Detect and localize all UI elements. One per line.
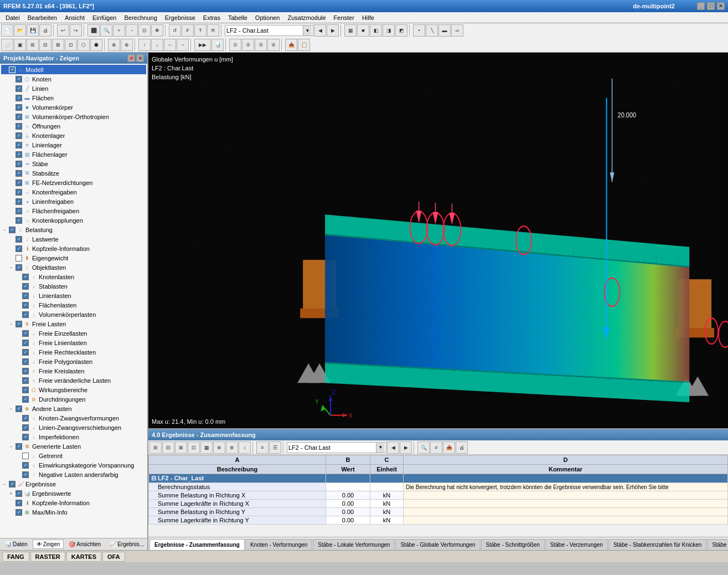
expand-flaechen[interactable] [8, 95, 14, 101]
checkbox-knotenkopplungen[interactable]: ✓ [16, 217, 22, 224]
checkbox-belastung[interactable]: ✓ [9, 227, 16, 233]
checkbox-freie-polygonlasten[interactable]: ✓ [22, 358, 29, 365]
nav-tree[interactable]: − ✓ 🗂 Modell ✓ ⬡ Knoten ✓ ╱ Linien [0, 64, 147, 538]
res-tb-7[interactable]: ⊗ [226, 441, 238, 454]
expand-linienfreigaben[interactable] [8, 198, 14, 205]
menu-ergebnisse[interactable]: Ergebnisse [162, 13, 199, 22]
checkbox-modell[interactable]: ✓ [9, 66, 16, 73]
checkbox-staebe[interactable]: ✓ [16, 161, 22, 167]
tb2-10[interactable]: ⊗ [121, 39, 133, 51]
res-tb-next[interactable]: ▶ [400, 441, 412, 454]
expand-fe-netz[interactable] [8, 179, 14, 186]
menu-berechnung[interactable]: Berechnung [121, 13, 160, 22]
nav-item-knotenkopplungen[interactable]: ✓ ⬩ Knotenkopplungen [1, 215, 146, 225]
menu-extras[interactable]: Extras [200, 13, 224, 22]
expand-ergebnisse[interactable]: − [1, 481, 8, 487]
expand-stabsaetze[interactable] [8, 170, 14, 177]
tb2-7[interactable]: ⬡ [78, 39, 90, 51]
tb-line-btn[interactable]: ╲ [426, 24, 438, 37]
res-tb-9[interactable]: ≡ [256, 441, 269, 454]
status-ofa[interactable]: OFA [102, 552, 125, 562]
nav-item-ergebniswerte[interactable]: + ✓ 📊 Ergebniswerte [1, 489, 146, 498]
btab-staebe-lokal[interactable]: Stäbe - Lokale Verformungen [313, 539, 395, 550]
checkbox-objektlasten[interactable]: ✓ [16, 264, 22, 271]
expand-volumenkörper[interactable] [8, 104, 14, 111]
expand-vk-ortho[interactable] [8, 114, 14, 120]
tb-pan-btn[interactable]: ✥ [151, 24, 163, 37]
tb-node-btn[interactable]: • [413, 24, 425, 37]
menu-hilfe[interactable]: Hilfe [359, 13, 378, 22]
expand-kopfzeile-info2[interactable] [8, 500, 14, 506]
nav-pin-btn[interactable]: 📌 [127, 54, 135, 62]
expand-andere-lasten[interactable]: − [8, 405, 14, 412]
tb2-13[interactable]: ← [164, 39, 176, 51]
nav-item-durchdringungen[interactable]: ✓ ⊘ Durchdringungen [1, 394, 146, 404]
nav-item-imperfektionen[interactable]: ✓ ↓ Imperfektionen [1, 432, 146, 441]
checkbox-ergebniswerte[interactable]: ✓ [16, 490, 22, 497]
expand-freie-lasten[interactable]: − [8, 321, 14, 327]
nav-tab-ansichten[interactable]: 🎯 Ansichten [65, 540, 105, 549]
nav-item-maxmin-info[interactable]: ✓ ⊞ Max/Min-Info [1, 507, 146, 517]
checkbox-vk-lasten[interactable]: ✓ [22, 311, 29, 318]
tb-wireframe-btn[interactable]: ▦ [344, 24, 357, 37]
tb2-11[interactable]: ↑ [138, 39, 151, 51]
nav-item-freie-polygonlasten[interactable]: ✓ ↓ Freie Polygonlasten [1, 357, 146, 366]
tb-trans-btn[interactable]: ◩ [395, 24, 407, 37]
tb-zoomin-btn[interactable]: + [113, 24, 125, 37]
nav-item-staebe[interactable]: ✓ ━ Stäbe [1, 159, 146, 168]
checkbox-stabsaetze[interactable]: ✓ [16, 170, 22, 177]
tb-open-btn[interactable]: 📂 [14, 24, 26, 37]
expand-vk-lasten[interactable] [14, 311, 21, 318]
tb2-9[interactable]: ⊕ [108, 39, 120, 51]
expand-freie-veraenderliche[interactable] [14, 377, 21, 384]
tb2-5[interactable]: ⊠ [52, 39, 64, 51]
checkbox-eigengewicht[interactable] [16, 255, 22, 261]
nav-tab-zeigen[interactable]: 👁 Zeigen [33, 540, 64, 549]
expand-freie-linienlasten[interactable] [14, 340, 21, 346]
res-tb-2[interactable]: ⊟ [162, 441, 174, 454]
res-tb-8[interactable]: ↕ [239, 441, 251, 454]
btab-staebe-global[interactable]: Stäbe - Globale Verformungen [395, 539, 480, 550]
nav-tab-daten[interactable]: 📊 Daten [1, 540, 32, 549]
checkbox-negative-lasten[interactable]: ✓ [22, 471, 29, 478]
nav-item-linienfreigaben[interactable]: ✓ ⬧ Linienfreigaben [1, 197, 146, 206]
tb-surf-btn[interactable]: ▬ [438, 24, 451, 37]
checkbox-flaechenlasten[interactable]: ✓ [22, 302, 29, 309]
nav-item-linien[interactable]: ✓ ╱ Linien [1, 84, 146, 93]
nav-item-freie-kreislasten[interactable]: ✓ ○ Freie Kreislasten [1, 366, 146, 376]
checkbox-linienlasten[interactable]: ✓ [22, 292, 29, 299]
tb-fit-btn[interactable]: ⊡ [138, 24, 151, 37]
nav-item-freie-rechtecklasten[interactable]: ✓ ↓ Freie Rechtecklasten [1, 347, 146, 357]
menu-optionen[interactable]: Optionen [252, 13, 283, 22]
expand-einwirkungskategorie[interactable] [14, 462, 21, 469]
nav-item-linienlager[interactable]: ✓ ≡ Linienlager [1, 140, 146, 150]
menu-fenster[interactable]: Fenster [331, 13, 358, 22]
menu-datei[interactable]: Datei [2, 13, 23, 22]
res-tb-6[interactable]: ⊕ [213, 441, 225, 454]
nav-item-objektlasten[interactable]: − ✓ ↓ Objektlasten [1, 263, 146, 272]
btab-staebe-stabsch[interactable]: Stäbe - Stabsch... [707, 539, 728, 550]
res-tb-4[interactable]: ⊡ [188, 441, 200, 454]
tb-save-btn[interactable]: 💾 [27, 24, 39, 37]
res-tb-10[interactable]: ☰ [269, 441, 281, 454]
expand-objektlasten[interactable]: − [8, 264, 14, 271]
nav-item-stabsaetze[interactable]: ✓ ⧉ Stabsätze [1, 168, 146, 178]
tb2-view1[interactable]: ① [229, 39, 241, 51]
expand-knotenkopplungen[interactable] [8, 217, 14, 224]
checkbox-ergebnisse[interactable]: ✓ [9, 481, 16, 487]
nav-item-freie-lasten[interactable]: − ✓ ↯ Freie Lasten [1, 319, 146, 328]
menu-tabelle[interactable]: Tabelle [225, 13, 251, 22]
btab-knoten-verformungen[interactable]: Knoten - Verformungen [245, 539, 312, 550]
checkbox-freie-veraenderliche[interactable]: ✓ [22, 377, 29, 384]
expand-linien[interactable] [8, 85, 14, 92]
res-tb-prev[interactable]: ◀ [387, 441, 399, 454]
checkbox-freie-lasten[interactable]: ✓ [16, 321, 22, 327]
expand-linienlasten[interactable] [14, 292, 21, 299]
menu-zusatzmodule[interactable]: Zusatzmodule [285, 13, 329, 22]
loadcase-combo[interactable]: LF2 - Char.Last ▼ [225, 25, 313, 36]
tb2-2[interactable]: ▣ [14, 39, 26, 51]
nav-item-andere-lasten[interactable]: − ✓ ⊕ Andere Lasten [1, 404, 146, 413]
nav-item-stablasten[interactable]: ✓ ↓ Stablasten [1, 281, 146, 291]
checkbox-linienlager[interactable]: ✓ [16, 142, 22, 148]
tb2-view2[interactable]: ② [242, 39, 254, 51]
